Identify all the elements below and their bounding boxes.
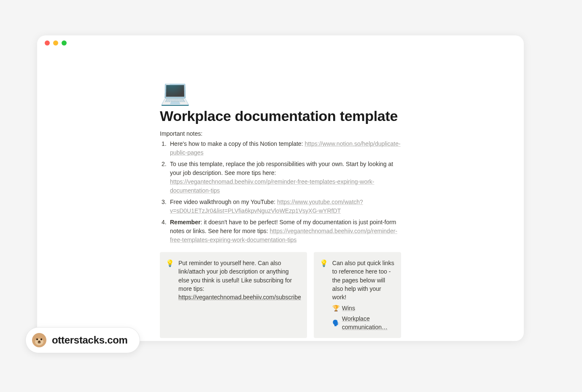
watermark-badge[interactable]: otterstacks.com (25, 327, 140, 353)
callout-body: Put reminder to yourself here. Can also … (178, 259, 301, 331)
callout-link[interactable]: https://vegantechnomad.beehiiv.com/subsc… (178, 294, 301, 301)
callout-text: Can also put quick links to reference he… (332, 260, 394, 301)
watermark-text: otterstacks.com (52, 334, 128, 346)
quick-link-label: Wins (342, 304, 355, 312)
page-title[interactable]: Workplace documentation template (160, 108, 401, 124)
list-item: Free video walkthrough on my YouTube: ht… (160, 198, 401, 215)
trophy-icon: 🏆 (332, 304, 340, 312)
page-icon[interactable]: 💻 (160, 80, 401, 105)
close-window-button[interactable] (45, 40, 50, 46)
svg-point-3 (40, 338, 42, 340)
otter-icon (32, 333, 47, 348)
lightbulb-icon: 💡 (320, 259, 328, 331)
maximize-window-button[interactable] (62, 40, 67, 46)
svg-point-5 (38, 341, 40, 342)
note-text: To use this template, replace the job re… (170, 161, 393, 176)
note-text: Here's how to make a copy of this Notion… (170, 140, 304, 147)
callout-text: Put reminder to yourself here. Can also … (178, 260, 292, 292)
speaking-head-icon: 🗣️ (332, 319, 340, 327)
callouts-row: 💡 Put reminder to yourself here. Can als… (160, 252, 401, 338)
lightbulb-icon: 💡 (166, 259, 174, 331)
titlebar (37, 35, 524, 51)
intro-label: Important notes: (160, 130, 401, 137)
note-bold: Remember (170, 219, 200, 226)
page-content: 💻 Workplace documentation template Impor… (37, 51, 524, 341)
svg-point-7 (42, 336, 45, 338)
list-item: To use this template, replace the job re… (160, 160, 401, 195)
list-item: Remember: it doesn't have to be perfect!… (160, 218, 401, 244)
note-link[interactable]: https://vegantechnomad.beehiiv.com/p/rem… (170, 178, 375, 194)
quick-link-wins[interactable]: 🏆 Wins (332, 304, 395, 312)
svg-point-2 (36, 338, 38, 340)
callout-reminder[interactable]: 💡 Put reminder to yourself here. Can als… (160, 252, 307, 338)
notes-list: Here's how to make a copy of this Notion… (160, 140, 401, 244)
quick-link-communication[interactable]: 🗣️ Workplace communication… (332, 314, 395, 332)
minimize-window-button[interactable] (53, 40, 58, 46)
quick-link-label: Workplace communication… (342, 314, 395, 332)
list-item: Here's how to make a copy of this Notion… (160, 140, 401, 157)
svg-point-6 (34, 336, 37, 338)
app-window: 💻 Workplace documentation template Impor… (37, 35, 524, 341)
note-text: Free video walkthrough on my YouTube: (170, 199, 277, 205)
callout-body: Can also put quick links to reference he… (332, 259, 395, 331)
callout-quicklinks[interactable]: 💡 Can also put quick links to reference … (314, 252, 401, 338)
